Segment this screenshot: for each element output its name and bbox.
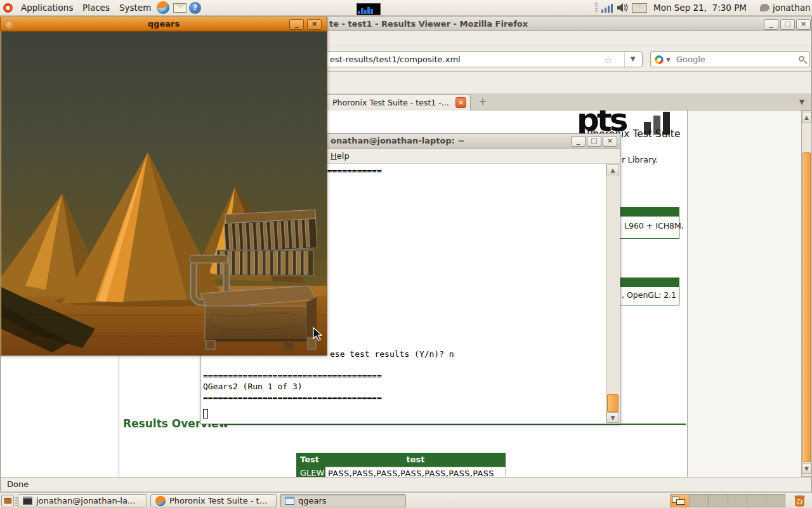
volume-icon[interactable] [617, 0, 628, 15]
scroll-down-icon[interactable]: ▼ [606, 412, 619, 423]
firefox-window-title: te - test1 - Results Viewer - Mozilla Fi… [329, 19, 528, 29]
workspace-6[interactable] [766, 495, 785, 507]
taskbar-button-qgears[interactable]: qgears [280, 494, 406, 507]
pyramids-scene [1, 32, 327, 356]
menu-help[interactable]: Help [331, 151, 350, 161]
window-icon [285, 497, 294, 505]
workspace-5[interactable] [747, 495, 766, 507]
firefox-scrollbar[interactable]: ▲ ▼ [801, 110, 812, 477]
terminal-run-header-line: QGears2 (Run 1 of 3) [203, 381, 303, 392]
search-icon[interactable] [799, 56, 804, 62]
desktop: te - test1 - Results Viewer - Mozilla Fi… [0, 0, 812, 508]
firefox-statusbar: Done [1, 477, 811, 491]
workspace-1[interactable] [671, 495, 690, 507]
user-icon[interactable] [760, 0, 769, 15]
trash-icon[interactable] [791, 494, 808, 507]
tab-close-icon[interactable]: × [455, 97, 466, 108]
scroll-down-icon[interactable]: ▼ [802, 463, 811, 474]
search-box[interactable]: ▼ [650, 51, 810, 67]
workspace-3[interactable] [709, 495, 728, 507]
bookmark-star-icon[interactable]: ☆ [604, 53, 612, 67]
new-tab-button[interactable]: + [475, 96, 490, 109]
firefox-icon [155, 496, 166, 506]
qgears-titlebar[interactable]: qgears _ × [1, 17, 327, 31]
firefox-launcher-icon[interactable] [157, 0, 169, 15]
close-button[interactable]: × [307, 19, 322, 30]
results-row-name: GLEW [296, 467, 325, 477]
results-table: Test test GLEW PASS,PASS,PASS,PASS,PASS,… [296, 453, 506, 477]
minimize-button[interactable]: _ [764, 19, 778, 30]
top-panel: Applications Places System ? Mon Sep 21,… [0, 0, 812, 16]
bottom-taskbar: jonathan@jonathan-la... Phoronix Test Su… [0, 492, 812, 508]
tray-grip [595, 0, 598, 15]
results-row-values: PASS,PASS,PASS,PASS,PASS,PASS,PASS [325, 467, 506, 477]
mail-tray-icon[interactable] [632, 0, 647, 15]
results-col-test: Test [296, 453, 325, 467]
show-desktop-button[interactable] [1, 495, 14, 507]
menu-help-rest: elp [337, 151, 350, 161]
terminal-separator-line: ==================================== [203, 392, 382, 403]
taskbar-button-label: Phoronix Test Suite - t... [169, 496, 267, 505]
qgears-window-title: qgears [1, 19, 327, 29]
tab-phoronix-results[interactable]: Phoronix Test Suite - test1 -... × [324, 94, 471, 110]
menu-system[interactable]: System [119, 0, 151, 15]
terminal-separator-line: ==================================== [203, 370, 382, 381]
clock[interactable]: Mon Sep 21, 7:30 PM [653, 0, 747, 15]
close-button[interactable]: × [796, 19, 811, 30]
scroll-up-icon[interactable]: ▲ [606, 164, 619, 175]
taskbar-button-terminal[interactable]: jonathan@jonathan-la... [18, 494, 147, 507]
google-icon [655, 55, 664, 64]
close-button[interactable]: × [603, 136, 617, 147]
terminal-icon [23, 497, 32, 505]
terminal-prompt-line: ese test results (Y/n)? n [330, 349, 454, 359]
table-row: GLEW PASS,PASS,PASS,PASS,PASS,PASS,PASS [296, 467, 506, 477]
url-dropdown-icon[interactable]: ▼ [624, 52, 641, 67]
terminal-window-title: onathan@jonathan-laptop: ~ [331, 136, 464, 145]
qgears-window: qgears _ × [0, 17, 327, 356]
taskbar-button-firefox[interactable]: Phoronix Test Suite - t... [150, 494, 277, 507]
network-signal-icon[interactable] [601, 0, 613, 15]
search-input[interactable] [676, 53, 787, 66]
menu-applications[interactable]: Applications [21, 0, 73, 15]
terminal-cursor [203, 409, 208, 418]
qgears-render-canvas [1, 31, 327, 355]
system-monitor-applet[interactable] [357, 1, 381, 17]
workspace-switcher [670, 494, 785, 507]
menu-places[interactable]: Places [82, 0, 110, 15]
maximize-button[interactable]: □ [780, 19, 795, 30]
user-menu[interactable]: jonathan [773, 0, 811, 15]
page-text-fragment: r Library. [622, 155, 658, 164]
ubuntu-logo-icon[interactable] [3, 0, 13, 15]
firefox-scrollbar-thumb[interactable] [802, 152, 811, 462]
workspace-2[interactable] [690, 495, 709, 507]
url-text: est-results/test1/composite.xml [330, 55, 461, 64]
help-launcher-icon[interactable]: ? [189, 0, 201, 15]
mail-launcher-icon[interactable] [173, 0, 187, 15]
minimize-button[interactable]: _ [289, 19, 304, 30]
terminal-scrollbar-thumb[interactable] [607, 394, 619, 412]
page-right-margin [688, 110, 801, 477]
results-col-run: test [325, 453, 506, 467]
maximize-button[interactable]: □ [587, 136, 601, 147]
workspace-4[interactable] [728, 495, 747, 507]
taskbar-button-label: jonathan@jonathan-la... [36, 496, 135, 505]
taskbar-button-label: qgears [298, 496, 327, 505]
terminal-scrollbar[interactable]: ▲ ▼ [606, 164, 619, 424]
tab-label: Phoronix Test Suite - test1 -... [332, 98, 449, 107]
minimize-button[interactable]: _ [571, 136, 586, 147]
scroll-up-icon[interactable]: ▲ [802, 112, 811, 123]
search-engine-dropdown-icon[interactable]: ▼ [666, 53, 671, 67]
list-all-tabs-icon[interactable]: ▼ [795, 96, 809, 109]
